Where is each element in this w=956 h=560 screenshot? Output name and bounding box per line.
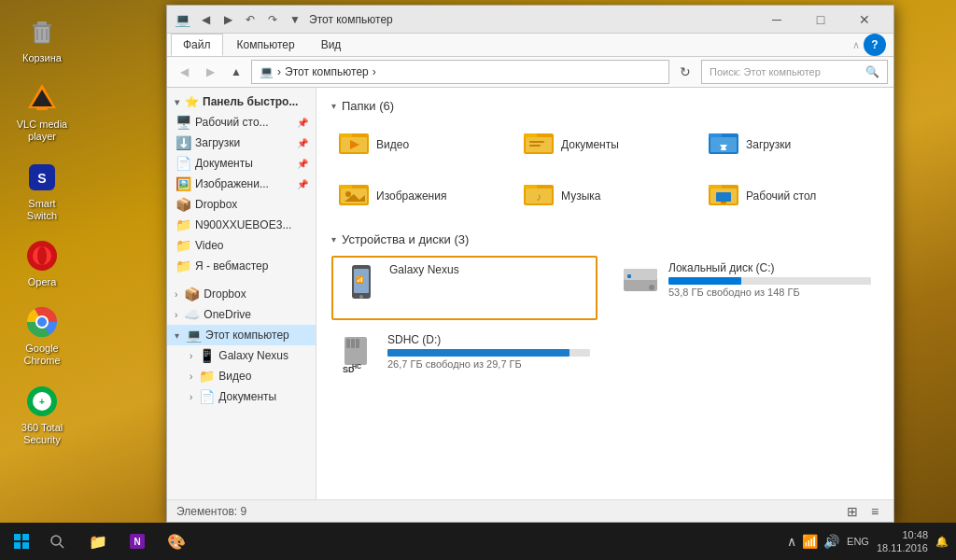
svg-point-37 [345, 191, 351, 197]
view-list-button[interactable]: ≡ [865, 502, 884, 521]
video-child-icon-sidebar: 📁 [198, 369, 215, 384]
taskbar-file-explorer-button[interactable]: 📁 [79, 523, 117, 560]
taskbar-lang: ENG [847, 536, 869, 547]
path-separator2: › [373, 65, 376, 78]
svg-rect-63 [22, 534, 29, 540]
tab-computer[interactable]: Компьютер [225, 34, 307, 56]
sidebar-item-galaxy-nexus[interactable]: › 📱 Galaxy Nexus [167, 345, 316, 366]
desktop-icon-vlc[interactable]: VLC media player [9, 76, 75, 147]
devices-section-header[interactable]: ▾ Устройства и диски (3) [331, 232, 879, 246]
sidebar-item-documents-child[interactable]: › 📄 Документы [167, 386, 316, 407]
file-area: ▾ Папки (6) Видео [316, 88, 893, 499]
folder-item-music[interactable]: ♪ Музыка [516, 174, 694, 217]
sidebar-item-dropbox2[interactable]: › 📦 Dropbox [167, 284, 316, 304]
devices-row-1: 📶 Galaxy Nexus [331, 256, 879, 320]
svg-rect-65 [22, 542, 29, 549]
taskbar: 📁 N 🎨 ∧ 📶 🔊 ENG 10:48 18.11.2016 🔔 [0, 523, 956, 560]
sidebar-item-webmaster[interactable]: 📁 Я - вебмастер [167, 256, 316, 276]
address-path[interactable]: 💻 › Этот компьютер › [251, 60, 669, 84]
dropbox2-icon-sidebar: 📦 [183, 287, 200, 301]
downloads-pin-icon: 📌 [297, 138, 308, 148]
title-nav-undo[interactable]: ↶ [240, 9, 260, 30]
up-button[interactable]: ▲ [225, 61, 247, 83]
view-tiles-button[interactable]: ⊞ [843, 502, 862, 521]
ribbon-tabs: Файл Компьютер Вид ∧ ? [167, 34, 893, 56]
sidebar-item-desktop[interactable]: 🖥️ Рабочий сто... 📌 [167, 112, 316, 133]
title-nav-redo[interactable]: ↷ [262, 9, 283, 30]
svg-text:+: + [39, 397, 45, 407]
svg-text:N: N [134, 537, 140, 547]
device-item-galaxy-nexus[interactable]: 📶 Galaxy Nexus [331, 256, 598, 320]
refresh-button[interactable]: ↻ [673, 60, 697, 84]
folders-section-header[interactable]: ▾ Папки (6) [331, 99, 879, 113]
expand-chevron: ∧ [852, 39, 860, 51]
svg-rect-59 [356, 339, 359, 348]
sidebar-item-documents[interactable]: 📄 Документы 📌 [167, 153, 316, 174]
help-button[interactable]: ? [864, 34, 886, 56]
opera-icon [23, 237, 61, 274]
help-area: ∧ ? [852, 34, 890, 56]
folder-item-downloads[interactable]: Загрузки [701, 122, 879, 166]
quick-access-header[interactable]: ▾ ⭐ Панель быстро... [167, 91, 316, 112]
sdhc-d-bar-container [387, 349, 590, 357]
galaxy-icon-sidebar: 📱 [198, 348, 215, 363]
title-nav-back[interactable]: ◀ [195, 9, 216, 30]
search-box[interactable]: Поиск: Этот компьютер 🔍 [701, 60, 888, 84]
svg-rect-33 [721, 148, 726, 150]
device-item-sdhc-d[interactable]: SD HC SDHC (D:) 26,7 ГБ свободно из 29,7… [331, 328, 598, 388]
local-disk-c-icon [620, 261, 661, 307]
galaxy-nexus-icon: 📶 [341, 263, 382, 313]
sidebar-n900-label: N900XXUEBOE3... [195, 218, 308, 231]
desktop-icon-recycle-bin[interactable]: Корзина [9, 9, 75, 68]
images-folder-icon [339, 179, 369, 212]
galaxy-chevron: › [190, 351, 192, 361]
close-button[interactable]: ✕ [843, 6, 886, 34]
taskbar-onenote-button[interactable]: N [119, 523, 156, 560]
folder-item-images[interactable]: Изображения [331, 174, 509, 217]
start-button[interactable] [0, 523, 42, 560]
device-item-local-disk-c[interactable]: Локальный диск (C:) 53,8 ГБ свободно из … [612, 256, 879, 320]
sdhc-d-space: 26,7 ГБ свободно из 29,7 ГБ [387, 358, 590, 370]
folder-item-desktop[interactable]: Рабочий стол [701, 174, 879, 217]
sidebar-video2-label: Video [195, 239, 308, 252]
opera-label: Opera [28, 276, 57, 288]
forward-button[interactable]: ▶ [199, 61, 221, 83]
svg-rect-64 [14, 542, 21, 549]
sidebar-item-video-child[interactable]: › 📁 Видео [167, 366, 316, 386]
sidebar-item-video2[interactable]: 📁 Video [167, 235, 316, 256]
title-nav-forward[interactable]: ▶ [218, 9, 238, 30]
search-icon: 🔍 [865, 65, 879, 78]
folder-item-documents[interactable]: Документы [516, 122, 694, 166]
desktop-icon-google-chrome[interactable]: Google Chrome [9, 300, 75, 371]
maximize-button[interactable]: □ [799, 6, 842, 34]
title-dropdown[interactable]: ▼ [285, 9, 305, 30]
sdhc-d-bar [387, 349, 569, 357]
folders-chevron: ▾ [331, 101, 336, 111]
path-separator: › [277, 65, 281, 78]
taskbar-paint-button[interactable]: 🎨 [158, 523, 195, 560]
tab-view[interactable]: Вид [309, 34, 354, 56]
sidebar-item-onedrive[interactable]: › ☁️ OneDrive [167, 304, 316, 325]
taskbar-search-button[interactable] [42, 534, 76, 549]
sidebar-item-dropbox[interactable]: 📦 Dropbox [167, 194, 316, 215]
tab-file[interactable]: Файл [171, 34, 223, 56]
quick-access-star-icon: ⭐ [185, 95, 199, 108]
svg-point-13 [37, 246, 47, 265]
window-controls: ─ □ ✕ [755, 6, 886, 34]
desktop-icon-opera[interactable]: Opera [9, 233, 75, 292]
recycle-bin-label: Корзина [22, 52, 62, 64]
notification-icon[interactable]: 🔔 [935, 536, 949, 548]
desktop-folder-icon [709, 179, 738, 212]
video-folder-name: Видео [376, 138, 409, 151]
sidebar-item-downloads[interactable]: ⬇️ Загрузки 📌 [167, 133, 316, 153]
back-button[interactable]: ◀ [173, 61, 195, 83]
sidebar-item-n900[interactable]: 📁 N900XXUEBOE3... [167, 215, 316, 235]
folder-item-video[interactable]: Видео [331, 122, 509, 166]
sidebar-item-images[interactable]: 🖼️ Изображени... 📌 [167, 174, 316, 194]
sidebar-item-this-pc[interactable]: ▾ 💻 Этот компьютер [167, 325, 316, 345]
local-disk-c-name: Локальный диск (C:) [668, 261, 871, 274]
downloads-icon-sidebar: ⬇️ [175, 135, 191, 150]
desktop-icon-smart-switch[interactable]: S Smart Switch [9, 155, 75, 226]
desktop-icon-360-security[interactable]: + 360 Total Security [9, 379, 75, 450]
minimize-button[interactable]: ─ [755, 6, 798, 34]
